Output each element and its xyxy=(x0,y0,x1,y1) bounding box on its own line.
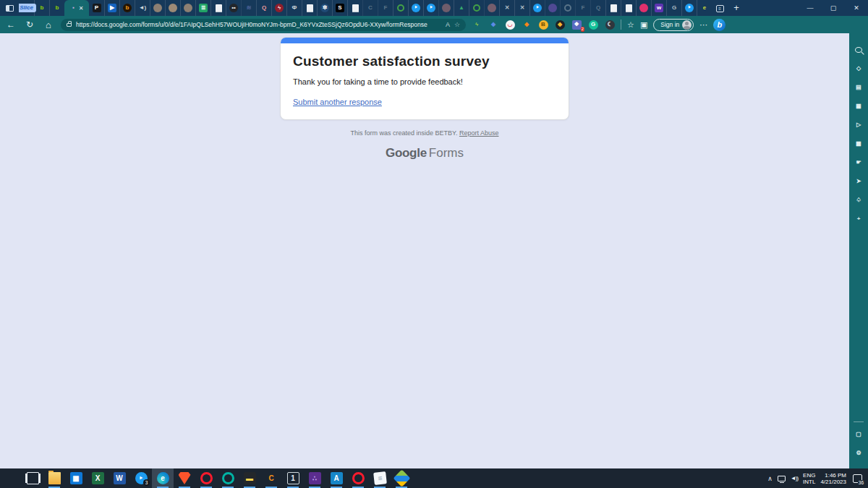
back-button[interactable]: ← xyxy=(4,20,17,30)
tab-close-icon[interactable]: ✕ xyxy=(79,5,84,12)
bluestacks-icon[interactable] xyxy=(391,468,412,488)
shield-extension-icon[interactable]: ◆ xyxy=(488,20,498,30)
tab-twitter-2[interactable]: ‣ xyxy=(423,0,438,16)
tab-twitter-4[interactable]: ‣ xyxy=(681,0,697,16)
start-button[interactable] xyxy=(0,468,22,488)
word-icon[interactable]: W xyxy=(109,468,130,488)
tab-bet365-2[interactable]: b xyxy=(49,0,64,16)
tab-document-1[interactable] xyxy=(210,0,226,16)
sidebar-media-play-icon[interactable]: ▷ xyxy=(855,116,862,134)
edge-icon[interactable]: e xyxy=(152,468,174,488)
home-button[interactable]: ⌂ xyxy=(42,20,55,30)
cryptotab-icon[interactable]: C xyxy=(260,468,282,488)
notification-center-icon[interactable]: 36 xyxy=(853,474,862,483)
sidebar-window-icon[interactable]: ▢ xyxy=(855,425,862,444)
tab-green-ring-2[interactable] xyxy=(469,0,484,16)
twitter-icon[interactable]: ‣ 3 xyxy=(130,468,152,488)
maximize-button[interactable]: ▢ xyxy=(822,0,845,16)
opera-red-icon[interactable] xyxy=(347,468,369,488)
window-1-app-icon[interactable]: 1 xyxy=(282,468,304,488)
multilogin-icon[interactable]: ∴ xyxy=(304,468,326,488)
sidebar-search-icon[interactable] xyxy=(855,40,862,59)
tab-muted-circle-1[interactable] xyxy=(150,0,165,16)
tab-e-yellow[interactable]: e xyxy=(697,0,712,16)
settings-more-button[interactable]: ⋯ xyxy=(699,20,707,30)
bee-extension-icon[interactable]: ◆ xyxy=(555,20,565,30)
sidebar-settings-gear-icon[interactable]: ⚙ xyxy=(855,444,862,463)
opera-icon[interactable] xyxy=(195,468,217,488)
tab-slice[interactable]: Slice xyxy=(19,0,34,16)
file-explorer-icon[interactable] xyxy=(43,468,65,488)
tab-s-black[interactable]: S xyxy=(332,0,347,16)
add-favorite-star-icon[interactable]: ☆ xyxy=(454,21,460,28)
tab-green-ring[interactable] xyxy=(393,0,408,16)
grammarly-extension-icon[interactable]: G xyxy=(588,20,598,30)
tab-maroon-circle[interactable]: ϟ xyxy=(271,0,286,16)
tab-faded-red-1[interactable] xyxy=(438,0,454,16)
report-abuse-link[interactable]: Report Abuse xyxy=(459,129,499,137)
metamask-fox-icon[interactable]: ◆ xyxy=(522,20,532,30)
tab-p-black[interactable]: P xyxy=(89,0,104,16)
address-bar[interactable]: https://docs.google.com/forms/u/0/d/e/1F… xyxy=(61,19,466,31)
tab-faded-f[interactable]: F xyxy=(575,0,590,16)
tab-w-purple[interactable]: w xyxy=(651,0,666,16)
excel-icon[interactable]: X xyxy=(87,468,109,488)
brave-icon[interactable] xyxy=(174,468,195,488)
task-view-button[interactable] xyxy=(22,468,43,488)
yellow-car-app-icon[interactable]: ▬ xyxy=(239,468,260,488)
sidebar-paper-plane-icon[interactable]: ➤ xyxy=(855,172,862,191)
minimize-button[interactable]: — xyxy=(799,0,822,16)
network-icon[interactable] xyxy=(778,476,786,481)
tab-faded-ring[interactable] xyxy=(560,0,575,16)
green-bolt-extension-icon[interactable]: ϟ xyxy=(472,20,482,30)
tab-x-logo-1[interactable]: ✕ xyxy=(499,0,514,16)
dark-moon-extension-icon[interactable]: ☾ xyxy=(605,20,615,30)
sidebar-shopping-tag-icon[interactable]: ◇ xyxy=(855,59,862,78)
coin-extension-icon[interactable]: B xyxy=(538,20,548,30)
sidebar-add-plus-icon[interactable]: + xyxy=(855,210,862,228)
tab-document-5[interactable] xyxy=(621,0,636,16)
tab-muted-circle-2[interactable] xyxy=(165,0,180,16)
sidebar-tools-briefcase-icon[interactable]: ▤ xyxy=(855,78,862,97)
collections-button[interactable]: ▣ xyxy=(640,20,647,30)
url-text[interactable]: https://docs.google.com/forms/u/0/d/e/1F… xyxy=(76,21,441,28)
tab-google-forms-active[interactable]: ▪ ✕ xyxy=(64,0,89,16)
tab-list-button[interactable]: ≡ xyxy=(712,4,728,12)
tab-navy-star[interactable]: ✲ xyxy=(317,0,332,16)
tab-q-red[interactable]: Q xyxy=(256,0,271,16)
tab-faded-search[interactable]: Q xyxy=(590,0,605,16)
tab-faded-red-2[interactable] xyxy=(484,0,499,16)
tab-purple-dot[interactable] xyxy=(545,0,560,16)
teal-ring-app-icon[interactable] xyxy=(217,468,239,488)
tab-green-triangle[interactable]: ▲ xyxy=(454,0,469,16)
tab-circle-line[interactable]: Ф xyxy=(286,0,302,16)
tab-f-gray[interactable]: F xyxy=(378,0,393,16)
tab-two-dots[interactable]: •• xyxy=(226,0,241,16)
close-button[interactable]: ✕ xyxy=(845,0,868,16)
language-indicator[interactable]: ENG INTL xyxy=(803,472,815,485)
volume-icon[interactable]: ◄)) xyxy=(791,475,798,481)
tray-chevron-icon[interactable]: ∧ xyxy=(767,475,773,482)
tab-document-4[interactable] xyxy=(605,0,621,16)
purple-extension-icon[interactable]: ❖ 2 xyxy=(571,20,582,30)
vertical-tabs-button[interactable] xyxy=(0,0,19,16)
tab-twitter-3[interactable]: ‣ xyxy=(529,0,545,16)
tab-document-2[interactable] xyxy=(302,0,317,16)
anydesk-icon[interactable]: A xyxy=(326,468,347,488)
sidebar-bank-icon[interactable]: ▦ xyxy=(855,97,862,116)
notepad-icon[interactable]: ≡ xyxy=(369,468,391,488)
tab-document-3[interactable] xyxy=(347,0,362,16)
tab-twitter-1[interactable]: ‣ xyxy=(408,0,423,16)
tab-speaker[interactable]: ◄) xyxy=(135,0,150,16)
new-tab-button[interactable]: + xyxy=(728,0,745,16)
copilot-icon[interactable]: b xyxy=(713,19,726,31)
tab-purple-wave[interactable]: ≋ xyxy=(241,0,256,16)
read-aloud-icon[interactable]: A xyxy=(446,21,450,28)
submit-another-response-link[interactable]: Submit another response xyxy=(293,98,382,106)
tab-instagram[interactable] xyxy=(636,0,651,16)
sidebar-hand-card-icon[interactable]: ☛ xyxy=(855,153,862,172)
tab-green-sheet[interactable]: ≣ xyxy=(195,0,210,16)
tab-c-gray[interactable]: C xyxy=(362,0,378,16)
ms-store-icon[interactable]: ▦ xyxy=(65,468,87,488)
refresh-button[interactable]: ↻ xyxy=(23,20,36,30)
